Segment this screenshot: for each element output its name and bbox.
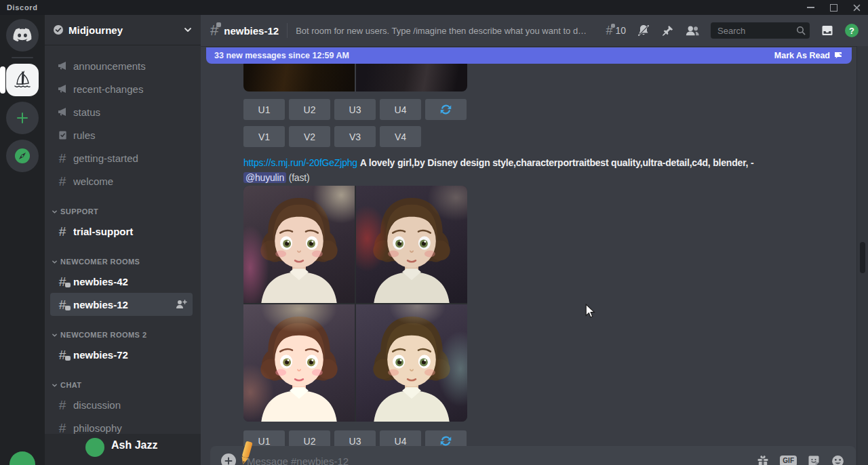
emoji-icon (831, 454, 845, 465)
channel-announcements[interactable]: announcements (50, 54, 193, 77)
channel-newbies-42[interactable]: # newbies-42 (50, 270, 193, 293)
channel-topic[interactable]: Bot room for new users. Type /imagine th… (296, 26, 587, 36)
plus-icon (224, 457, 233, 465)
pinned-messages-button[interactable] (661, 24, 674, 37)
verified-badge-icon (53, 24, 64, 35)
variation-2-button[interactable]: V2 (289, 126, 330, 147)
threads-button[interactable]: # 10 (606, 24, 626, 37)
mark-as-read-button[interactable]: Mark As Read (774, 51, 844, 60)
close-button[interactable] (845, 0, 868, 15)
generated-image-grid[interactable] (243, 186, 467, 422)
variation-3-button[interactable]: V3 (334, 126, 376, 147)
upscale-3-button[interactable]: U3 (334, 99, 376, 120)
channel-status[interactable]: status (50, 100, 193, 123)
prompt-text: A lovely girl,by Disney design style,cha… (360, 157, 754, 168)
members-icon (685, 24, 700, 37)
category-newcomer-rooms-2[interactable]: NEWCOMER ROOMS 2 (45, 327, 201, 343)
message-scroll-region[interactable]: U1 U2 U3 U4 V1 V2 V3 V4 https://s.mj.run… (201, 46, 857, 465)
channel-label: trial-support (73, 226, 187, 237)
generated-image-quadrant-4[interactable] (356, 304, 467, 422)
previous-image-left[interactable] (243, 64, 355, 92)
help-button[interactable]: ? (845, 24, 859, 37)
category-label: NEWCOMER ROOMS (60, 258, 140, 266)
category-newcomer-rooms[interactable]: NEWCOMER ROOMS (45, 254, 201, 270)
threads-icon: # (606, 24, 612, 37)
variation-button-row: V1 V2 V3 V4 (243, 126, 857, 147)
channel-label: discussion (73, 399, 187, 411)
user-avatar[interactable] (85, 438, 104, 457)
prompt-message: https://s.mj.run/-20fGeZjphg A lovely gi… (243, 155, 857, 170)
channel-welcome[interactable]: # welcome (50, 169, 193, 193)
notifications-muted-button[interactable] (637, 24, 650, 37)
gif-button[interactable]: GIF (780, 456, 797, 465)
explore-servers-button[interactable] (6, 140, 39, 172)
mouse-cursor (585, 304, 595, 319)
channel-label: philosophy (73, 422, 187, 434)
user-area[interactable]: Ash Jazz (45, 434, 201, 465)
inbox-button[interactable] (821, 24, 834, 37)
channel-newbies-12[interactable]: # newbies-12 (50, 293, 193, 316)
channel-trial-support[interactable]: # trial-support (50, 220, 193, 243)
upscale-1-button[interactable]: U1 (243, 99, 285, 120)
maximize-button[interactable] (822, 0, 845, 15)
chat-scrollbar-track[interactable] (856, 46, 868, 465)
search-input[interactable] (716, 25, 796, 37)
rail-separator (12, 57, 33, 58)
sticker-button[interactable] (807, 454, 821, 465)
category-support[interactable]: SUPPORT (45, 203, 201, 220)
hash-icon: # (56, 152, 69, 165)
variation-4-button[interactable]: V4 (380, 126, 421, 147)
channel-label: announcements (73, 60, 187, 72)
midjourney-server-button[interactable] (6, 64, 39, 96)
channel-discussion[interactable]: # discussion (50, 393, 193, 416)
generated-image-quadrant-3[interactable] (243, 304, 355, 422)
previous-image-grid-partial[interactable] (243, 64, 467, 92)
channel-label: getting-started (73, 153, 187, 164)
new-messages-text: 33 new messages since 12:59 AM (214, 51, 349, 60)
rail-avatar-partial[interactable] (9, 451, 35, 465)
attach-button[interactable] (221, 453, 236, 465)
channel-rules[interactable]: rules (50, 123, 193, 146)
server-header[interactable]: Midjourney (45, 15, 201, 45)
upscale-2-button[interactable]: U2 (289, 99, 330, 120)
pin-icon (661, 24, 674, 37)
channel-recent-changes[interactable]: recent-changes (50, 77, 193, 100)
chevron-down-icon (52, 382, 58, 388)
reroll-button[interactable] (425, 99, 467, 120)
chat-area: # newbies-12 Bot room for new users. Typ… (201, 15, 868, 465)
prompt-link[interactable]: https://s.mj.run/-20fGeZjphg (243, 157, 357, 168)
discord-home-button[interactable] (6, 19, 39, 52)
active-server-pill (0, 66, 5, 94)
chevron-down-icon (52, 332, 58, 338)
generated-image-quadrant-2[interactable] (356, 186, 467, 303)
chat-scrollbar-thumb[interactable] (860, 242, 865, 273)
bell-slash-icon (637, 24, 650, 37)
chevron-down-icon (52, 209, 58, 215)
channel-label: recent-changes (73, 83, 187, 95)
composer-actions: GIF (756, 454, 845, 465)
new-messages-bar[interactable]: 33 new messages since 12:59 AM Mark As R… (206, 47, 852, 64)
message-input[interactable] (245, 455, 748, 465)
user-mention[interactable]: @huyulin (243, 172, 286, 183)
hash-chat-icon: # (56, 275, 69, 288)
variation-1-button[interactable]: V1 (243, 126, 285, 147)
thread-count: 10 (615, 25, 626, 36)
channel-getting-started[interactable]: # getting-started (50, 146, 193, 169)
search-bar[interactable] (711, 22, 810, 39)
hash-icon: # (56, 422, 69, 434)
message-composer[interactable]: GIF (210, 446, 856, 465)
member-list-button[interactable] (685, 24, 700, 37)
previous-image-right[interactable] (356, 64, 467, 92)
category-chat[interactable]: CHAT (45, 377, 201, 393)
chevron-down-icon (52, 259, 58, 265)
megaphone-icon (56, 83, 69, 94)
minimize-button[interactable] (799, 0, 822, 15)
hash-icon: # (56, 225, 69, 238)
channel-newbies-72[interactable]: # newbies-72 (50, 343, 193, 366)
gift-button[interactable] (756, 454, 770, 465)
emoji-button[interactable] (831, 454, 845, 465)
generated-image-quadrant-1[interactable] (243, 186, 355, 303)
invite-member-icon[interactable] (175, 299, 187, 310)
add-server-button[interactable] (6, 102, 39, 134)
upscale-4-button[interactable]: U4 (380, 99, 421, 120)
